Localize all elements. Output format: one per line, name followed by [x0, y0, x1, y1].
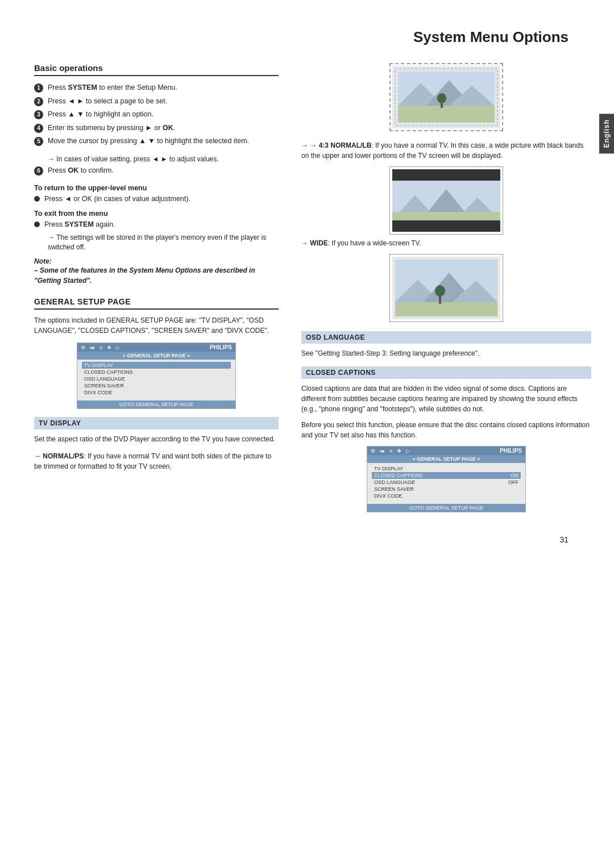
landscape-svg-3 — [392, 257, 500, 319]
normal-lb-text: → 4:3 NORMAL/LB: If you have a normal TV… — [301, 140, 591, 161]
step-3: 3 Press ▲ ▼ to highlight an option. — [34, 110, 279, 120]
page-container: English System Menu Options Basic operat… — [0, 0, 614, 868]
wide-arrow-item: → WIDE: If you have a wide-screen TV. — [301, 238, 591, 248]
dvd-menu-items-2: TV DISPLAY CLOSED CAPTIONS ON OSD LANGUA… — [367, 463, 525, 502]
step-2-number: 2 — [34, 97, 43, 106]
step-6-list: 6 Press OK to confirm. — [34, 166, 279, 176]
philips-logo-2: PHILIPS — [500, 448, 522, 454]
closed-captions-label: CLOSED CAPTIONS — [374, 473, 423, 478]
dvd-menu-item-divx-code: DIVX CODE — [82, 389, 231, 396]
dvd-menu-title-2: » GENERAL SETUP PAGE » — [367, 455, 525, 463]
tv-image-3 — [389, 254, 503, 322]
step-2-text: Press ◄ ► to select a page to be set. — [48, 97, 167, 107]
step-5-arrow: In cases of value setting, press ◄ ► to … — [48, 155, 279, 164]
dvd-menu-item-osd-language: OSD LANGUAGE — [82, 375, 231, 382]
svg-rect-11 — [392, 220, 500, 232]
page-title: System Menu Options — [0, 28, 614, 46]
dvd-menu-footer-2: GOTO GENERAL SETUP PAGE — [367, 504, 525, 512]
dvd-menu-item-screen-saver: SCREEN SAVER — [82, 382, 231, 389]
step-6-text: Press OK to confirm. — [48, 166, 114, 176]
dvd-menu-title-1: » GENERAL SETUP PAGE » — [77, 352, 235, 360]
dvd-menu-item-tv-display: TV DISPLAY — [82, 362, 231, 369]
step-6: 6 Press OK to confirm. — [34, 166, 279, 176]
osd-language-text: See "Getting Started-Step 3: Setting lan… — [301, 348, 591, 358]
step-5: 5 Move the cursor by pressing ▲ ▼ to hig… — [34, 136, 279, 147]
svg-point-8 — [437, 93, 446, 103]
bullet-icon-2 — [34, 222, 40, 227]
step-1-text: Press SYSTEM to enter the Setup Menu. — [48, 83, 177, 93]
upper-menu-item: Press ◄ or OK (in cases of value adjustm… — [34, 194, 279, 205]
tv-display-heading: TV DISPLAY — [34, 417, 279, 429]
tv-display-text: Set the aspect ratio of the DVD Player a… — [34, 434, 279, 444]
closed-captions-heading: CLOSED CAPTIONS — [301, 366, 591, 379]
osd-language-heading: OSD LANGUAGE — [301, 331, 591, 344]
step-3-number: 3 — [34, 110, 43, 119]
tv-image-2 — [389, 166, 503, 235]
dvd-menu-header-1: ⚙ ⏮ ≡ ❖ ▷ PHILIPS — [77, 343, 235, 352]
normal-lb-arrow-item: → 4:3 NORMAL/LB: If you have a normal TV… — [301, 140, 591, 161]
icon-asterisk: ❖ — [107, 345, 111, 350]
tv-image-1 — [389, 63, 503, 131]
note-text: – Some of the features in the System Men… — [34, 265, 279, 286]
upper-menu-text: Press ◄ or OK (in cases of value adjustm… — [44, 194, 190, 205]
osd-off-value: OFF — [508, 479, 518, 485]
step-6-number: 6 — [34, 166, 43, 176]
note-label: Note: — [34, 257, 52, 265]
step-1-number: 1 — [34, 84, 43, 93]
dvd-menu-items-1: TV DISPLAY CLOSED CAPTIONS OSD LANGUAGE … — [77, 360, 235, 398]
closed-captions-text-1: Closed captions are data that are hidden… — [301, 383, 591, 414]
svg-rect-6 — [398, 106, 495, 123]
philips-logo-1: PHILIPS — [210, 344, 232, 350]
step-1: 1 Press SYSTEM to enter the Setup Menu. — [34, 83, 279, 93]
general-setup-section: GENERAL SETUP PAGE The options included … — [34, 297, 279, 471]
svg-rect-16 — [392, 212, 500, 220]
right-column: → 4:3 NORMAL/LB: If you have a normal TV… — [296, 63, 591, 518]
left-column: Basic operations 1 Press SYSTEM to enter… — [34, 63, 296, 518]
step-5-text: Move the cursor by pressing ▲ ▼ to highl… — [48, 136, 249, 147]
step-4-text: Enter its submenu by pressing ► or OK. — [48, 123, 175, 133]
exit-item: Press SYSTEM again. — [34, 220, 279, 230]
dvd-menu-mockup-1: ⚙ ⏮ ≡ ❖ ▷ PHILIPS » GENERAL SETUP PAGE »… — [77, 343, 236, 409]
page-number: 31 — [0, 535, 614, 544]
general-setup-heading: GENERAL SETUP PAGE — [34, 297, 279, 310]
normal-ps-item: NORMAL/PS: If you have a normal TV and w… — [34, 451, 279, 471]
step-3-text: Press ▲ ▼ to highlight an option. — [48, 110, 154, 120]
landscape-svg-1 — [392, 66, 500, 128]
dvd-menu-header-2: ⚙ ⏮ ≡ ❖ ▷ PHILIPS — [367, 446, 525, 455]
dvd-menu-footer-1: GOTO GENERAL SETUP PAGE — [77, 400, 235, 408]
dvd-menu-mockup-2: ⚙ ⏮ ≡ ❖ ▷ PHILIPS » GENERAL SETUP PAGE »… — [367, 446, 526, 512]
content-area: Basic operations 1 Press SYSTEM to enter… — [0, 63, 614, 518]
step-2: 2 Press ◄ ► to select a page to be set. — [34, 97, 279, 107]
icon-play-2: ▷ — [406, 448, 410, 454]
icon-list-2: ≡ — [389, 448, 392, 454]
icon-prev-2: ⏮ — [380, 448, 385, 454]
icon-play: ▷ — [116, 345, 120, 350]
icon-list: ≡ — [99, 345, 102, 350]
icon-asterisk-2: ❖ — [397, 448, 401, 454]
step-5-number: 5 — [34, 137, 43, 146]
bullet-icon — [34, 196, 40, 202]
dvd-menu-item-2-closed-captions: CLOSED CAPTIONS ON — [372, 472, 521, 479]
language-tab: English — [599, 114, 614, 153]
icon-gear-2: ⚙ — [371, 448, 375, 454]
dvd-menu-item-2-screen-saver: SCREEN SAVER — [372, 486, 521, 493]
step-4-number: 4 — [34, 124, 43, 133]
exit-heading: To exit from the menu — [34, 210, 279, 218]
svg-point-25 — [435, 285, 445, 297]
dvd-menu-item-2-osd-language: OSD LANGUAGE OFF — [372, 479, 521, 486]
wide-text: → WIDE: If you have a wide-screen TV. — [301, 238, 591, 248]
closed-captions-text-2: Before you select this function, please … — [301, 420, 591, 440]
upper-menu-heading: To return to the upper-level menu — [34, 184, 279, 192]
general-setup-description: The options included in GENERAL SETUP PA… — [34, 315, 279, 336]
svg-rect-10 — [392, 169, 500, 181]
dvd-menu-item-closed-captions: CLOSED CAPTIONS — [82, 369, 231, 375]
exit-text: Press SYSTEM again. — [44, 220, 115, 230]
basic-operations-heading: Basic operations — [34, 63, 279, 76]
svg-rect-23 — [395, 302, 497, 316]
note-section: Note: – Some of the features in the Syst… — [34, 257, 279, 286]
exit-arrow: The settings will be stored in the playe… — [48, 233, 279, 252]
icon-prev: ⏮ — [90, 345, 95, 350]
steps-list: 1 Press SYSTEM to enter the Setup Menu. … — [34, 83, 279, 147]
icon-gear: ⚙ — [81, 345, 85, 350]
step-4: 4 Enter its submenu by pressing ► or OK. — [34, 123, 279, 133]
